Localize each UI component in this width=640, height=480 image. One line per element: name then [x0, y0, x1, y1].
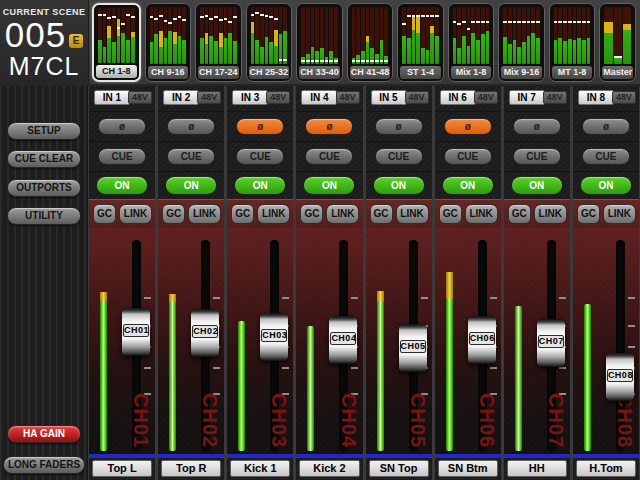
channel-name[interactable]: Top R [161, 460, 221, 477]
tab-master[interactable]: Master [599, 3, 636, 82]
phantom-48v-button[interactable]: 48V [336, 91, 360, 104]
gain-comp-button[interactable]: GC [231, 204, 254, 224]
cue-clear-button[interactable]: CUE CLEAR [7, 150, 81, 168]
tab-ch-25-32[interactable]: CH 25-32 [246, 3, 293, 82]
input-patch-button[interactable]: IN 1 [94, 90, 130, 105]
input-patch-button[interactable]: IN 8 [578, 90, 614, 105]
gain-comp-button[interactable]: GC [508, 204, 531, 224]
gain-comp-button[interactable]: GC [439, 204, 462, 224]
long-faders-button[interactable]: LONG FADERS [3, 456, 85, 474]
cue-button[interactable]: CUE [98, 148, 146, 165]
input-patch-button[interactable]: IN 7 [509, 90, 545, 105]
fader-section: CH06CH06 [435, 228, 501, 454]
phase-button[interactable]: ø [582, 118, 630, 135]
input-patch-button[interactable]: IN 6 [440, 90, 476, 105]
cue-button[interactable]: CUE [375, 148, 423, 165]
channel-on-button[interactable]: ON [96, 176, 148, 195]
channel-name[interactable]: SN Top [369, 460, 429, 477]
setup-button[interactable]: SETUP [7, 122, 81, 140]
channel-name[interactable]: HH [507, 460, 567, 477]
channel-on-button[interactable]: ON [303, 176, 355, 195]
cue-button[interactable]: CUE [236, 148, 284, 165]
channel-name[interactable]: Top L [92, 460, 152, 477]
tab-ch-9-16[interactable]: CH 9-16 [145, 3, 192, 82]
tab-mt-1-8[interactable]: MT 1-8 [549, 3, 596, 82]
channel-name[interactable]: SN Btm [438, 460, 498, 477]
fader-cap[interactable]: CH05 [399, 324, 427, 372]
channel-name[interactable]: Kick 1 [230, 460, 290, 477]
phantom-48v-button[interactable]: 48V [474, 91, 498, 104]
tab-mix-9-16[interactable]: Mix 9-16 [498, 3, 545, 82]
link-button[interactable]: LINK [119, 204, 152, 224]
channel-on-button[interactable]: ON [442, 176, 494, 195]
channel-on-button[interactable]: ON [511, 176, 563, 195]
cue-button[interactable]: CUE [444, 148, 492, 165]
gain-comp-button[interactable]: GC [162, 204, 185, 224]
phase-button[interactable]: ø [305, 118, 353, 135]
outports-button[interactable]: OUTPORTS [7, 179, 81, 197]
input-patch-button[interactable]: IN 2 [163, 90, 199, 105]
link-button[interactable]: LINK [396, 204, 429, 224]
link-button[interactable]: LINK [603, 204, 636, 224]
phantom-48v-button[interactable]: 48V [197, 91, 221, 104]
meter-bar [554, 7, 558, 64]
tab-ch-17-24[interactable]: CH 17-24 [195, 3, 242, 82]
fader-cap[interactable]: CH04 [329, 316, 357, 364]
gain-comp-button[interactable]: GC [93, 204, 116, 224]
cue-button[interactable]: CUE [305, 148, 353, 165]
tab-ch-33-40[interactable]: CH 33-40 [296, 3, 343, 82]
input-row: IN 648V [435, 86, 501, 112]
left-sidebar: SETUP CUE CLEAR OUTPORTS UTILITY HA GAIN… [0, 86, 88, 480]
tab-ch-1-8[interactable]: CH 1-8 [92, 3, 141, 82]
channel-name[interactable]: Kick 2 [299, 460, 359, 477]
channel-on-button[interactable]: ON [165, 176, 217, 195]
tab-mix-1-8[interactable]: Mix 1-8 [448, 3, 495, 82]
meter-bar [614, 7, 622, 64]
utility-button[interactable]: UTILITY [7, 207, 81, 225]
channel-on-button[interactable]: ON [580, 176, 632, 195]
meter-fill [121, 33, 125, 63]
gain-comp-button[interactable]: GC [370, 204, 393, 224]
link-button[interactable]: LINK [188, 204, 221, 224]
cue-button[interactable]: CUE [167, 148, 215, 165]
phantom-48v-button[interactable]: 48V [612, 91, 636, 104]
phantom-48v-button[interactable]: 48V [405, 91, 429, 104]
input-patch-button[interactable]: IN 3 [232, 90, 268, 105]
link-button[interactable]: LINK [326, 204, 359, 224]
link-button[interactable]: LINK [534, 204, 567, 224]
phantom-48v-button[interactable]: 48V [128, 91, 152, 104]
phantom-48v-button[interactable]: 48V [266, 91, 290, 104]
ha-gain-button[interactable]: HA GAIN [7, 425, 81, 443]
fader-cap[interactable]: CH02 [191, 309, 219, 357]
cue-button[interactable]: CUE [582, 148, 630, 165]
phantom-48v-button[interactable]: 48V [543, 91, 567, 104]
link-button[interactable]: LINK [257, 204, 290, 224]
fader-cap[interactable]: CH07 [537, 319, 565, 367]
fader-cap[interactable]: CH03 [260, 313, 288, 361]
fader-cap[interactable]: CH08 [606, 353, 634, 401]
gain-comp-button[interactable]: GC [577, 204, 600, 224]
phase-button[interactable]: ø [167, 118, 215, 135]
phase-button[interactable]: ø [444, 118, 492, 135]
tab-st-1-4[interactable]: ST 1-4 [397, 3, 444, 82]
current-scene-panel[interactable]: CURRENT SCENE 005 E M7CL [0, 0, 89, 84]
cue-button[interactable]: CUE [513, 148, 561, 165]
channel-on-button[interactable]: ON [234, 176, 286, 195]
cue-row: CUE [296, 142, 362, 172]
channel-on-button[interactable]: ON [373, 176, 425, 195]
link-button[interactable]: LINK [465, 204, 498, 224]
input-patch-button[interactable]: IN 4 [301, 90, 337, 105]
phase-button[interactable]: ø [513, 118, 561, 135]
phase-button[interactable]: ø [236, 118, 284, 135]
cue-row: CUE [504, 142, 570, 172]
phase-button[interactable]: ø [375, 118, 423, 135]
phase-button[interactable]: ø [98, 118, 146, 135]
fader-cap[interactable]: CH01 [122, 308, 150, 356]
tab-ch-41-48[interactable]: CH 41-48 [347, 3, 394, 82]
channel-name[interactable]: H.Tom [576, 460, 636, 477]
fader-cap[interactable]: CH06 [468, 316, 496, 364]
meter-fill [513, 40, 517, 64]
gain-comp-button[interactable]: GC [300, 204, 323, 224]
level-meter [446, 272, 453, 451]
input-patch-button[interactable]: IN 5 [371, 90, 407, 105]
